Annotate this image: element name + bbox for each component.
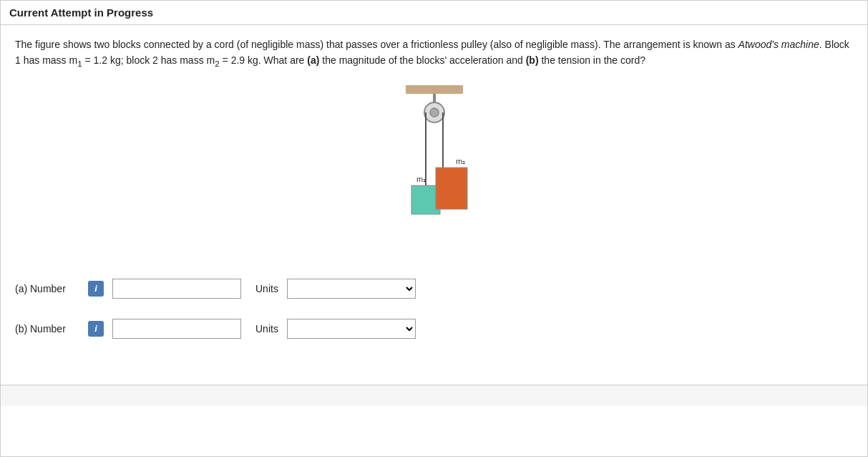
number-input-a[interactable] bbox=[112, 279, 241, 299]
page-container: Current Attempt in Progress The figure s… bbox=[0, 0, 868, 457]
block-m2 bbox=[436, 168, 467, 209]
info-button-b[interactable]: i bbox=[88, 321, 104, 337]
answer-label-b: (b) Number bbox=[15, 323, 79, 335]
header-bar: Current Attempt in Progress bbox=[1, 1, 867, 25]
units-label-a: Units bbox=[255, 283, 278, 294]
units-select-b[interactable]: m/s² N kg bbox=[287, 319, 416, 339]
figure-container: m₁ m₂ bbox=[15, 85, 853, 250]
answer-label-a: (a) Number bbox=[15, 283, 79, 294]
bottom-bar bbox=[1, 385, 867, 406]
pulley-center bbox=[430, 108, 439, 117]
answer-row-b: (b) Number i Units m/s² N kg bbox=[15, 319, 853, 339]
problem-text: The figure shows two blocks connected by… bbox=[15, 37, 853, 71]
units-label-b: Units bbox=[255, 323, 278, 335]
info-button-a[interactable]: i bbox=[88, 281, 104, 297]
ceiling bbox=[406, 85, 463, 94]
number-input-b[interactable] bbox=[112, 319, 241, 339]
label-m2: m₂ bbox=[456, 157, 465, 165]
answer-row-a: (a) Number i Units m/s² N kg bbox=[15, 279, 853, 299]
content-area: The figure shows two blocks connected by… bbox=[1, 25, 867, 370]
label-m1: m₁ bbox=[416, 175, 426, 183]
header-title: Current Attempt in Progress bbox=[9, 6, 153, 19]
units-select-a[interactable]: m/s² N kg bbox=[287, 279, 416, 299]
atwood-diagram: m₁ m₂ bbox=[377, 85, 492, 250]
